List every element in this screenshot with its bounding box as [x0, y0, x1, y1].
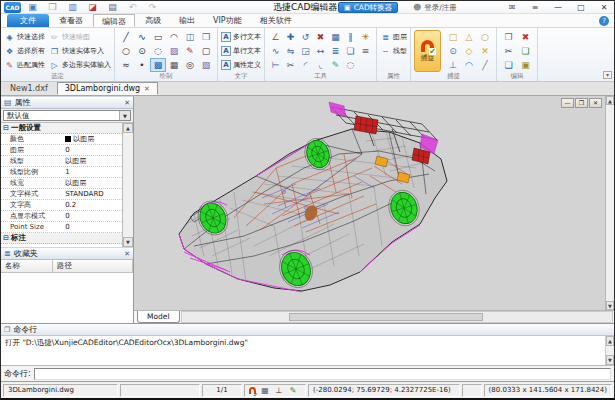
- property-row[interactable]: 线宽以图层: [1, 178, 122, 189]
- save-as-icon[interactable]: ▥: [67, 2, 78, 13]
- copy-icon[interactable]: ❐: [500, 30, 517, 44]
- snap-endpoint-icon[interactable]: □: [445, 30, 461, 44]
- ribbon-collapse-button[interactable]: ▾: [603, 71, 612, 79]
- snap-midpoint-icon[interactable]: △: [461, 30, 477, 44]
- scale-icon[interactable]: ◲: [298, 44, 313, 58]
- preset-dropdown[interactable]: 默认值 ▼: [3, 110, 131, 121]
- property-value[interactable]: 0: [65, 223, 122, 231]
- snap-quadrant-icon[interactable]: ◇: [461, 44, 477, 58]
- cut-icon[interactable]: ✂: [500, 44, 517, 58]
- stretch-icon[interactable]: ↔: [313, 44, 328, 58]
- revcloud-icon[interactable]: ◌: [150, 44, 166, 58]
- select-all-button[interactable]: ❖选择所有: [4, 44, 45, 58]
- attribute-define-button[interactable]: A属性定义: [221, 58, 261, 72]
- collapse-icon[interactable]: ⊟: [3, 124, 9, 132]
- property-row[interactable]: 图层0: [1, 145, 122, 156]
- column-path[interactable]: 路径: [53, 260, 133, 272]
- donut-icon[interactable]: ◎: [182, 58, 198, 72]
- purge-icon[interactable]: ◌: [343, 58, 358, 72]
- hatch-icon[interactable]: ▩: [150, 58, 166, 72]
- doc-tab-new1[interactable]: New1.dxf: [3, 82, 55, 95]
- property-row[interactable]: 文字高0.2: [1, 200, 122, 211]
- gradient-icon[interactable]: ▧: [198, 58, 214, 72]
- snap-intersection-icon[interactable]: ✕: [477, 44, 493, 58]
- snap-center-icon[interactable]: ○: [477, 30, 493, 44]
- ortho-icon[interactable]: ⊥: [274, 385, 284, 395]
- menu-tab-viewer[interactable]: 查看器: [51, 14, 91, 27]
- drawing-canvas[interactable]: — ❐ ✕ ▲ ▼ Model: [134, 96, 614, 323]
- paste-icon[interactable]: ❏: [517, 44, 534, 58]
- paste-special-icon[interactable]: ▣: [517, 58, 534, 72]
- layer-tool-icon[interactable]: ≡: [358, 44, 373, 58]
- menu-tab-vip[interactable]: VIP功能: [205, 14, 250, 27]
- float-panel-icon[interactable]: ❐: [4, 326, 10, 334]
- scroll-up-icon[interactable]: ▲: [606, 96, 614, 105]
- property-value[interactable]: 1: [65, 168, 122, 176]
- command-log[interactable]: 打开 "D:\迅捷\XunjieCADEditor\CADEditorOcx\3…: [1, 336, 614, 365]
- print-icon[interactable]: ▤: [107, 2, 118, 13]
- offset-icon[interactable]: ∥: [343, 30, 358, 44]
- layer-button[interactable]: ≣图层: [380, 30, 407, 44]
- rotate-icon[interactable]: ↺: [298, 30, 313, 44]
- circle-icon[interactable]: ○: [118, 44, 134, 58]
- match-properties-button[interactable]: ✎匹配属性: [4, 58, 45, 72]
- grid-display-icon[interactable]: ▦: [260, 385, 270, 395]
- redo-icon[interactable]: ↷: [147, 2, 158, 13]
- delete-icon[interactable]: ✖: [517, 30, 534, 44]
- doc-tab-lamborgini[interactable]: 3DLamborgini.dwg✕: [57, 82, 158, 95]
- property-row[interactable]: 文字样式STANDARD: [1, 189, 122, 200]
- scrollbar-thumb[interactable]: [289, 313, 483, 321]
- section-dimension[interactable]: ⊟标注: [1, 233, 122, 244]
- feedback-icon[interactable]: ✉: [506, 2, 518, 13]
- chevron-down-icon[interactable]: ▼: [119, 111, 130, 120]
- model-tab[interactable]: Model: [137, 311, 180, 323]
- property-row[interactable]: 颜色以图层: [1, 134, 122, 145]
- scroll-up-icon[interactable]: ▲: [123, 123, 133, 133]
- move-icon[interactable]: ✚: [283, 30, 298, 44]
- polygon-input-button[interactable]: ▷多边形实体输入: [49, 58, 111, 72]
- property-row[interactable]: 线型以图层: [1, 156, 122, 167]
- pen-icon[interactable]: ✎: [182, 44, 198, 58]
- snap-toggle-button[interactable]: ✔ 捕捉: [414, 30, 441, 72]
- child-close-icon[interactable]: ✕: [589, 98, 602, 108]
- multiline-text-button[interactable]: A多行文本: [221, 30, 261, 44]
- match-icon[interactable]: ✎: [328, 58, 343, 72]
- chamfer-icon[interactable]: ◟: [313, 58, 328, 72]
- scroll-down-icon[interactable]: ▼: [606, 301, 614, 310]
- ellipse-icon[interactable]: ⊙: [134, 44, 150, 58]
- cad-converter-button[interactable]: ▣ CAD转换器: [338, 2, 398, 13]
- login-register-button[interactable]: ☻ 登录/注册: [413, 1, 457, 14]
- point-icon[interactable]: •: [134, 58, 150, 72]
- mirror-icon[interactable]: ⇋: [283, 44, 298, 58]
- property-value[interactable]: 0: [65, 146, 122, 154]
- child-minimize-icon[interactable]: —: [561, 98, 574, 108]
- property-value[interactable]: 以图层: [65, 178, 122, 188]
- property-row[interactable]: 点显示模式0: [1, 211, 122, 222]
- snap-node-icon[interactable]: ⊙: [445, 44, 461, 58]
- close-tab-icon[interactable]: ✕: [144, 83, 150, 95]
- menu-tab-file[interactable]: 文件: [7, 14, 49, 27]
- edit-polyline-icon[interactable]: ∿: [268, 44, 283, 58]
- explode-icon[interactable]: ✳: [358, 30, 373, 44]
- block-icon[interactable]: ◫: [182, 30, 198, 44]
- property-value[interactable]: 以图层: [65, 134, 122, 144]
- arc-icon[interactable]: ◠: [166, 30, 182, 44]
- snap-perpendicular-icon[interactable]: ⊥: [445, 58, 461, 72]
- save-icon[interactable]: ▣: [27, 2, 38, 13]
- menu-tab-editor[interactable]: 编辑器: [93, 14, 135, 27]
- child-restore-icon[interactable]: ❐: [575, 98, 588, 108]
- osnap-icon[interactable]: ✔: [249, 387, 256, 394]
- linetype-button[interactable]: ╌线型: [380, 44, 407, 58]
- help-icon[interactable]: ?: [599, 16, 609, 26]
- canvas-vertical-scrollbar[interactable]: ▲ ▼: [605, 96, 614, 310]
- favorites-list[interactable]: [1, 273, 133, 323]
- spline-icon[interactable]: ≈: [118, 58, 134, 72]
- property-value[interactable]: 以图层: [65, 156, 122, 166]
- canvas-horizontal-scrollbar[interactable]: [181, 311, 613, 323]
- maximize-icon[interactable]: □: [575, 2, 587, 13]
- close-icon[interactable]: ✕: [598, 2, 610, 13]
- open-icon[interactable]: ❒: [47, 2, 58, 13]
- minimize-icon[interactable]: —: [552, 2, 564, 13]
- single-text-button[interactable]: A单行文本: [221, 44, 261, 58]
- property-row[interactable]: 线型比例1: [1, 167, 122, 178]
